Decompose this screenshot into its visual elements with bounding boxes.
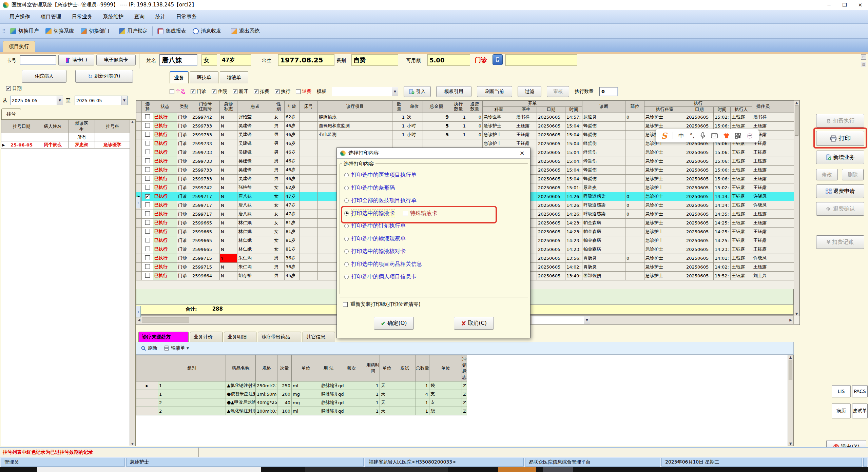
col-order-date[interactable]: 日期 (537, 106, 565, 113)
toolbar-button[interactable]: 消息收发 (189, 26, 225, 36)
row-select-checkbox[interactable] (142, 262, 153, 271)
deduct-book-button[interactable]: ¥ 扣费记账 (816, 235, 864, 249)
skin-tshirt-icon[interactable] (723, 133, 730, 139)
import-button[interactable]: 引入 (404, 86, 431, 97)
medical-record-button[interactable]: 病历 (832, 404, 851, 418)
pacs-button[interactable]: PACS (852, 385, 868, 397)
tab-business-group[interactable]: 输液单 (220, 71, 248, 83)
tab-business-group[interactable]: 医技单 (190, 71, 218, 83)
col-patient[interactable]: 患者 (237, 101, 273, 113)
row-select-checkbox[interactable] (142, 271, 153, 280)
dock-page-icon[interactable]: ▤ (861, 62, 866, 67)
col-visit-no[interactable]: 门诊号 住院号 (191, 101, 220, 113)
drug-row[interactable]: 2 ●▲甲泼尼龙琥珀酸钠粉 40mg*25支 40 mg 静脉输液 qd 1 天… (136, 398, 467, 407)
drug-col-header[interactable]: 药品名称 (226, 355, 256, 381)
col-select[interactable]: 选 择 (142, 101, 153, 113)
menu-item[interactable]: 统计 (151, 12, 170, 21)
drug-col-header[interactable]: 单位 (429, 355, 462, 381)
print-button[interactable]: 打印 (816, 131, 864, 146)
ok-button[interactable]: ✔确定(O) (374, 317, 414, 330)
print-option[interactable]: 打印选中的条形码 (344, 182, 526, 195)
read-card-button[interactable]: 读卡(-) (58, 55, 94, 65)
col-exec-time[interactable]: 时间 (714, 106, 731, 113)
row-select-checkbox[interactable] (142, 218, 153, 227)
execution-row[interactable]: 已执行 门诊 2599742 N 张艳莹 女 62岁 静脉输液 1 次 9 1 … (136, 113, 794, 121)
drug-col-header[interactable]: 用 法 (320, 355, 337, 381)
col-patient-name[interactable]: 病人姓名 (37, 120, 69, 133)
drug-row[interactable]: 2 ▲氯化钠注射液 100ml:0.9 100 ml 静脉输液 qd 1 天 1… (136, 407, 467, 415)
col-age[interactable]: 年龄 (285, 101, 300, 113)
menu-item[interactable]: 日常事务 (172, 12, 201, 21)
card-device-button[interactable] (493, 54, 503, 65)
radio-icon[interactable] (344, 237, 349, 241)
row-select-checkbox[interactable] (142, 245, 153, 254)
tab-bottom-section[interactable]: 诊疗来源处方 (138, 332, 189, 342)
tab-bottom-section[interactable]: 业务明细 (224, 332, 256, 342)
grid-vscrollbar[interactable]: ▲▼ (794, 100, 799, 316)
filter-checkbox[interactable]: ✔ 门诊 (191, 88, 206, 95)
add-business-button[interactable]: 新增业务 (816, 151, 864, 164)
radio-icon[interactable] (344, 186, 349, 190)
date-filter-checkbox[interactable]: ✔ 日期 (6, 85, 22, 92)
col-order-dept[interactable]: 科室 (483, 106, 515, 113)
refund-apply-button[interactable]: 退费申请 (816, 184, 864, 198)
sogou-logo[interactable]: S (661, 131, 667, 141)
tab-bottom-section[interactable]: 业务计价 (190, 332, 223, 342)
row-select-checkbox[interactable] (142, 130, 153, 139)
toolbar-button[interactable]: 退出系统 (226, 26, 263, 36)
radio-icon[interactable] (344, 249, 349, 254)
row-select-checkbox[interactable] (142, 174, 153, 183)
col-reg-dept[interactable]: 挂号科 (95, 120, 130, 133)
dialog-titlebar[interactable]: 选择打印内容 ✕ (337, 148, 530, 159)
drug-col-header[interactable]: 冲销标志 (462, 355, 467, 381)
row-select-checkbox[interactable] (142, 148, 153, 157)
col-exec-date[interactable]: 日期 (685, 106, 714, 113)
ehealth-card-button[interactable]: 电子健康卡 (96, 55, 136, 65)
drug-col-header[interactable]: 频次 (337, 355, 366, 381)
menu-item[interactable]: 用户操作 (5, 12, 35, 21)
template-select[interactable]: ▼ (332, 87, 398, 96)
dock-print-icon[interactable]: ⎘ (861, 54, 866, 60)
drug-row[interactable]: 1 ●依替米星注射液$S4 1ml:50mg* 200 mg 静脉输液 qd 1… (136, 390, 467, 398)
drug-col-header[interactable]: 单位 (292, 355, 320, 381)
col-status[interactable]: 状态 (153, 101, 177, 113)
print-option[interactable]: 打印选中的输液观察单 (344, 233, 526, 245)
ime-mode-chinese[interactable]: 中 (678, 132, 684, 140)
col-order-doctor[interactable]: 医生 (515, 106, 537, 113)
col-emergency-flag[interactable]: 急诊 标志 (220, 101, 237, 113)
row-select-checkbox[interactable] (142, 139, 153, 148)
maximize-button[interactable]: ❐ (837, 0, 852, 10)
filter-checkbox[interactable]: 退费 (296, 88, 311, 95)
drug-col-header[interactable]: 单位 (380, 355, 394, 381)
col-part[interactable]: 部位 (625, 101, 644, 113)
audit-button[interactable]: 审核 (547, 86, 569, 97)
microphone-icon[interactable] (700, 132, 706, 139)
patient-extra-field[interactable] (505, 54, 577, 66)
doctor-filter[interactable]: 所有 (69, 133, 95, 141)
registration-row[interactable]: ▶ 25-06-05 阿牛依么 罗忠叔 急诊医学 (1, 141, 130, 149)
toolbar-button[interactable]: 切换系统 (42, 26, 77, 36)
refresh-current-button[interactable]: 刷新当前 (477, 86, 512, 97)
splitter-collapse-bottom[interactable]: ‹ (136, 306, 141, 317)
bottom-refresh-button[interactable]: 刷新 (141, 345, 157, 351)
print-option[interactable]: 打印选中的针剂执行单 (344, 220, 526, 233)
skin-test-button[interactable]: 皮试单 (852, 404, 868, 418)
reinstall-paper-checkbox[interactable]: 重新安装打印纸(打印位置清零) (343, 301, 421, 308)
tab-business-group[interactable]: 业务 (170, 71, 189, 83)
emoji-icon[interactable] (747, 133, 753, 139)
special-infusion-checkbox[interactable]: 特殊输液卡 (403, 210, 437, 217)
menu-item[interactable]: 日常业务 (67, 12, 97, 21)
filter-checkbox[interactable]: ✔ 住院 (212, 88, 227, 95)
toolbar-button[interactable]: 集成报表 (152, 26, 189, 36)
drug-vscrollbar[interactable]: ▲▼ (788, 355, 793, 446)
date-from-select[interactable]: 2025-06-05▼ (10, 96, 63, 105)
drug-col-header[interactable]: 规格 (256, 355, 277, 381)
print-option[interactable]: 打印全部的医技项目执行单 (344, 194, 526, 207)
date-to-select[interactable]: 2025-06-05▼ (75, 96, 128, 105)
row-select-checkbox[interactable] (142, 165, 153, 174)
toolbar-button[interactable]: 切换部门 (77, 26, 113, 36)
tab-registration[interactable]: 挂号 (1, 109, 21, 119)
exec-qty-input[interactable]: 0 (599, 87, 618, 96)
col-reg-date[interactable]: 挂号日期 (6, 120, 37, 133)
row-select-checkbox[interactable] (142, 236, 153, 245)
